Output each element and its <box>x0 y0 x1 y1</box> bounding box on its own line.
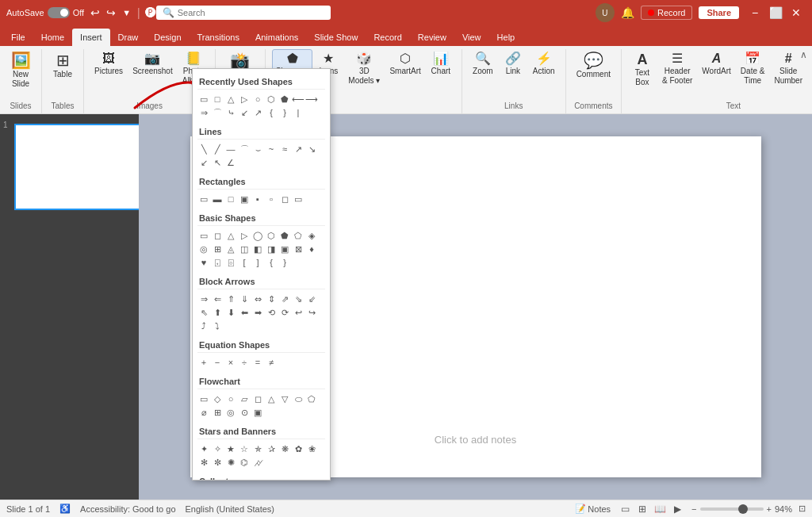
shape-b13[interactable]: ◫ <box>238 243 251 255</box>
shape-fc11[interactable]: ⊞ <box>211 406 224 419</box>
shape-b21[interactable]: ⌻ <box>224 256 237 269</box>
shape-fc13[interactable]: ⊙ <box>238 406 251 419</box>
shape-hex[interactable]: ⬡ <box>265 93 278 105</box>
redo-button[interactable]: ↪ <box>105 5 117 21</box>
shape-line3[interactable]: — <box>224 143 237 155</box>
shape-b14[interactable]: ◧ <box>251 243 264 255</box>
shape-s1[interactable]: ✦ <box>197 442 210 455</box>
zoom-in-button[interactable]: + <box>767 504 772 514</box>
shape-ba8[interactable]: ⇘ <box>292 293 304 305</box>
shape-r5[interactable]: ▪ <box>251 193 264 205</box>
undo-button[interactable]: ↩ <box>89 5 102 21</box>
shape-fc1[interactable]: ▭ <box>197 393 210 405</box>
shape-b17[interactable]: ⊠ <box>292 243 304 255</box>
autosave-toggle-switch[interactable] <box>48 7 70 18</box>
shape-eq5[interactable]: = <box>251 356 264 369</box>
shape-ba17[interactable]: ↩ <box>292 306 304 319</box>
shape-b23[interactable]: ] <box>251 256 264 269</box>
shape-s6[interactable]: ✰ <box>265 442 278 455</box>
shape-ba3[interactable]: ⇑ <box>224 293 237 305</box>
shape-r4[interactable]: ▣ <box>238 193 251 205</box>
tab-animations[interactable]: Animations <box>247 29 306 46</box>
shape-fc9[interactable]: ⬠ <box>305 393 318 405</box>
shape-b16[interactable]: ▣ <box>278 243 291 255</box>
screenshot-button[interactable]: 📷 Screenshot <box>128 49 177 79</box>
shape-ba1[interactable]: ⇒ <box>197 293 210 305</box>
shape-ne[interactable]: ↗ <box>251 106 264 119</box>
shape-ba18[interactable]: ↪ <box>305 306 318 319</box>
smartart-button[interactable]: ⬡ SmartArt <box>385 49 424 79</box>
shape-fc12[interactable]: ◎ <box>224 406 237 419</box>
shape-s2[interactable]: ✧ <box>211 442 224 455</box>
shape-b25[interactable]: } <box>278 256 291 269</box>
shape-s7[interactable]: ❋ <box>278 442 291 455</box>
shape-b20[interactable]: ⌺ <box>211 256 224 269</box>
shape-pent[interactable]: ⬟ <box>278 93 291 105</box>
shape-eq2[interactable]: − <box>211 356 224 369</box>
shape-b11[interactable]: ⊞ <box>211 243 224 255</box>
shape-ba11[interactable]: ⬆ <box>211 306 224 319</box>
shape-b10[interactable]: ◎ <box>197 243 210 255</box>
zoom-out-button[interactable]: − <box>691 504 696 514</box>
shape-b15[interactable]: ◨ <box>265 243 278 255</box>
shape-line2[interactable]: ╱ <box>211 143 224 155</box>
shape-line1[interactable]: ╲ <box>197 143 210 155</box>
search-box[interactable]: 🔍 <box>156 6 331 20</box>
close-button[interactable]: ✕ <box>787 3 806 22</box>
shape-pipe[interactable]: | <box>292 106 304 119</box>
record-button[interactable]: Record <box>641 6 692 20</box>
shape-b2[interactable]: ◻ <box>211 229 224 242</box>
shape-b19[interactable]: ♥ <box>197 256 210 269</box>
normal-view-button[interactable]: ▭ <box>617 501 633 517</box>
shape-brace-l[interactable]: { <box>265 106 278 119</box>
shape-r7[interactable]: ◻ <box>278 193 291 205</box>
shape-line5[interactable]: ⌣ <box>251 143 264 155</box>
shape-b3[interactable]: △ <box>224 229 237 242</box>
shape-larr[interactable]: ⟵ <box>292 93 304 105</box>
shape-ba14[interactable]: ➡ <box>251 306 264 319</box>
shape-s11[interactable]: ✼ <box>211 456 224 469</box>
shape-b4[interactable]: ▷ <box>238 229 251 242</box>
shape-fc7[interactable]: ▽ <box>278 393 291 405</box>
shape-fc6[interactable]: △ <box>265 393 278 405</box>
shape-line10[interactable]: ↙ <box>197 156 210 169</box>
fit-slide-button[interactable]: ⊡ <box>799 504 806 514</box>
shape-fc8[interactable]: ⬭ <box>292 393 304 405</box>
slideshow-button[interactable]: ▶ <box>669 501 685 517</box>
tab-insert[interactable]: Insert <box>72 29 110 46</box>
pictures-button[interactable]: 🖼 Pictures <box>90 49 127 79</box>
shape-tri[interactable]: △ <box>224 93 237 105</box>
date-time-button[interactable]: 📅 Date &Time <box>737 49 769 89</box>
shape-b9[interactable]: ◈ <box>305 229 318 242</box>
shape-ba6[interactable]: ⇕ <box>265 293 278 305</box>
shape-sq[interactable]: □ <box>211 93 224 105</box>
shape-s12[interactable]: ✺ <box>224 456 237 469</box>
shape-s13[interactable]: ⌬ <box>238 456 251 469</box>
shape-ba16[interactable]: ⟳ <box>278 306 291 319</box>
shape-line12[interactable]: ∠ <box>224 156 237 169</box>
shape-fc14[interactable]: ▣ <box>251 406 264 419</box>
shape-eq1[interactable]: + <box>197 356 210 369</box>
zoom-button[interactable]: 🔍 Zoom <box>469 49 497 79</box>
profile-avatar[interactable]: U <box>596 3 615 22</box>
shape-rtri[interactable]: ▷ <box>238 93 251 105</box>
shape-eq4[interactable]: ÷ <box>238 356 251 369</box>
shape-ba7[interactable]: ⇗ <box>278 293 291 305</box>
shape-rarr[interactable]: ⟶ <box>305 93 318 105</box>
notifications-icon[interactable]: 🔔 <box>621 6 634 19</box>
new-slide-button[interactable]: 🖼️ NewSlide <box>6 49 35 92</box>
shape-ba2[interactable]: ⇐ <box>211 293 224 305</box>
shape-r6[interactable]: ▫ <box>265 193 278 205</box>
shape-eq6[interactable]: ≠ <box>265 356 278 369</box>
shape-b5[interactable]: ◯ <box>251 229 264 242</box>
tab-file[interactable]: File <box>3 29 33 46</box>
reading-view-button[interactable]: 📖 <box>652 501 668 517</box>
ribbon-collapse-button[interactable]: ∧ <box>800 49 807 60</box>
shape-b8[interactable]: ⬠ <box>292 229 304 242</box>
notes-button[interactable]: 📝 Notes <box>575 504 611 514</box>
tab-design[interactable]: Design <box>146 29 189 46</box>
shape-ba5[interactable]: ⇔ <box>251 293 264 305</box>
header-footer-button[interactable]: ☰ Header& Footer <box>658 49 696 89</box>
slide-sorter-button[interactable]: ⊞ <box>634 501 650 517</box>
shape-darr2[interactable]: ⇒ <box>197 106 210 119</box>
